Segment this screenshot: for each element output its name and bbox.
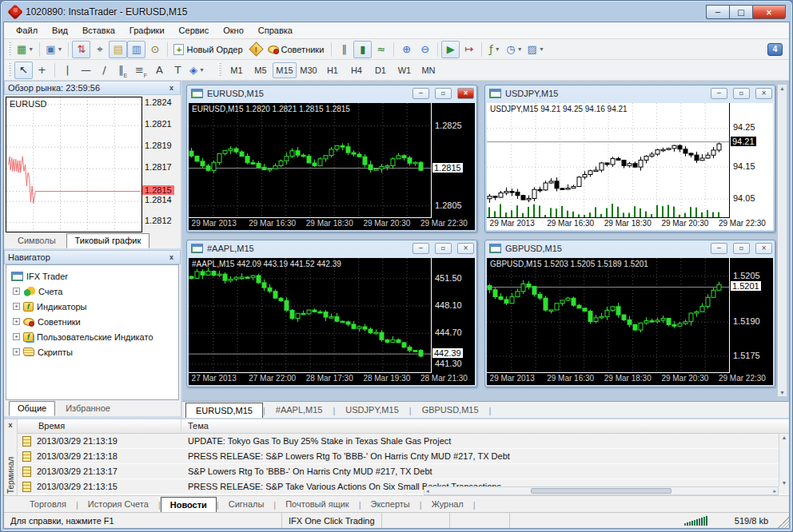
menu-item-5[interactable]: Окно [216,24,251,37]
chart-tab-1[interactable]: #AAPL,M15 [265,402,333,418]
navigator-item[interactable]: +Счета [8,284,177,299]
chart-tab-3[interactable]: GBPUSD,M15 [412,402,489,418]
zoom-out-button[interactable]: ⊖ [416,41,434,58]
scroll-down-icon[interactable]: ▼ [779,390,785,395]
close-button[interactable]: × [752,5,786,19]
news-horizontal-scrollbar[interactable]: ◂▸ [424,486,779,495]
timeframe-h1[interactable]: H1 [321,62,345,78]
chart-plot-area[interactable]: USDJPY,M15 94.21 94.25 94.16 94.21 [487,103,730,218]
tree-expand-icon[interactable]: + [13,348,20,355]
timeframe-m1[interactable]: M1 [225,62,249,78]
scroll-up-icon[interactable]: ▲ [779,85,785,91]
scroll-up-icon[interactable]: ▲ [782,435,787,440]
timeframe-m5[interactable]: M5 [249,62,273,78]
equidistant-channel-tool[interactable]: ∥E [114,62,132,79]
menu-item-1[interactable]: Вид [45,24,75,37]
news-row[interactable]: 2013/03/29 21:13:17S&P Lowers Rtg To 'BB… [18,464,789,479]
tick-chart[interactable]: EURUSD [6,97,142,232]
column-topic[interactable]: Тема [181,419,789,433]
resize-grip[interactable] [778,517,789,528]
terminal-tab-0[interactable]: Торговля [20,496,76,512]
terminal-tab-3[interactable]: Сигналы [219,496,274,512]
tree-expand-icon[interactable]: + [13,288,20,295]
terminal-close-icon[interactable]: x [8,419,12,431]
terminal-toggle[interactable]: ▥ [127,41,145,58]
tree-expand-icon[interactable]: + [13,333,20,340]
chart-close-button[interactable]: × [457,243,474,254]
menu-item-3[interactable]: Графики [122,24,172,37]
chart-title-bar[interactable]: GBPUSD,M15─▫× [485,240,775,256]
news-row[interactable]: 2013/03/29 21:13:19UPDATE: Tokyo Gas To … [18,434,789,449]
news-vertical-scrollbar[interactable]: ▲▼ [779,434,789,486]
market-watch-close-icon[interactable]: x [166,84,177,92]
toolbar-grip[interactable] [8,42,11,57]
new-chart-button[interactable]: ▦▼ [14,41,36,58]
toolbar-grip[interactable] [218,63,221,77]
chart-minimize-button[interactable]: ─ [711,88,727,99]
chart-plot-area[interactable]: EURUSD,M15 1.2820 1.2821 1.2815 1.2815 [189,103,432,218]
market-watch-tab-idle[interactable]: Символы [9,233,65,248]
trendline-tool[interactable]: / [95,62,114,79]
workspace-scrollbar[interactable]: ▲▼ [777,84,787,397]
terminal-tab-1[interactable]: История Счета [78,496,158,512]
chart-close-button[interactable]: × [457,88,474,99]
navigator-tab-active[interactable]: Общие [9,401,55,416]
chart-title-bar[interactable]: USDJPY,M15─▫× [485,85,775,101]
chart-close-button[interactable]: × [755,243,772,254]
chart-tab-0[interactable]: EURUSD,M15 [185,403,263,418]
indicators-button[interactable]: ƒ▼ [485,41,504,58]
news-row[interactable]: 2013/03/29 21:13:18PRESS RELEASE: S&P Lo… [18,449,789,464]
terminal-tab-2[interactable]: Новости [161,497,217,513]
terminal-tab-5[interactable]: Эксперты [361,496,420,512]
timeframe-m15[interactable]: M15 [273,62,297,78]
timeframe-m30[interactable]: M30 [297,62,321,78]
templates-button[interactable]: ▨▼ [525,41,547,58]
scroll-down-icon[interactable]: ▼ [782,480,787,486]
column-time[interactable]: Время [18,419,181,433]
timeframe-mn[interactable]: MN [416,62,440,78]
notifications-badge[interactable]: 4 [767,43,783,56]
navigator-item[interactable]: +fПользовательские Индикато [8,329,177,344]
text-label-tool[interactable]: T [169,62,187,79]
periods-button[interactable]: ◷▼ [504,41,524,58]
auto-scroll-toggle[interactable]: ▶ [441,41,460,58]
chart-minimize-button[interactable]: ─ [412,88,429,99]
navigator-root[interactable]: IFX Trader [8,268,177,284]
menu-item-2[interactable]: Вставка [75,24,122,37]
chart-minimize-button[interactable]: ─ [711,243,727,254]
market-watch-toggle[interactable]: ⇅ [72,41,90,58]
chart-restore-button[interactable]: ▫ [435,88,452,99]
navigator-item[interactable]: +fИндикаторы [8,299,177,314]
chart-plot-area[interactable]: GBPUSD,M15 1.5203 1.5205 1.5189 1.5201 [487,258,730,373]
arrows-tool[interactable]: ◈▼ [187,62,207,79]
fibonacci-tool[interactable]: ≡F [132,62,150,79]
maximize-button[interactable]: □ [729,5,752,19]
menu-item-4[interactable]: Сервис [172,24,217,37]
navigator-tab-idle[interactable]: Избранное [57,401,119,416]
navigator-toggle[interactable]: ▤ [109,41,127,58]
chart-title-bar[interactable]: #AAPL,M15─▫× [187,240,476,256]
market-watch-tab-active[interactable]: Тиковый график [66,233,150,248]
cursor-tool[interactable]: ↖ [14,62,33,79]
chart-close-button[interactable]: × [755,88,772,99]
terminal-tab-4[interactable]: Почтовый ящик [276,496,358,512]
tree-expand-icon[interactable]: + [13,303,20,310]
alerts-icon[interactable]: ! [247,41,265,58]
candlestick-chart-button[interactable]: ▮ [353,41,372,58]
text-tool[interactable]: A [150,62,169,79]
line-chart-button[interactable]: ≈ [372,41,390,58]
toolbar-grip[interactable] [8,63,11,77]
scroll-left-icon[interactable]: ◂ [426,488,429,494]
strategy-tester-toggle[interactable]: ⊙ [145,41,164,58]
new-order-button[interactable]: +Новый Ордер [171,41,246,58]
menu-item-0[interactable]: Файл [9,24,45,37]
expert-advisors-button[interactable]: Советники [265,41,329,58]
vertical-line-tool[interactable]: | [58,62,77,79]
scroll-right-icon[interactable]: ▸ [773,488,776,494]
timeframe-h4[interactable]: H4 [345,62,369,78]
terminal-tab-6[interactable]: Журнал [422,496,473,512]
scrollbar-thumb[interactable] [531,488,671,494]
navigator-item[interactable]: +Скрипты [8,344,177,359]
chart-title-bar[interactable]: EURUSD,M15─▫× [187,85,476,101]
zoom-in-button[interactable]: ⊕ [397,41,416,58]
